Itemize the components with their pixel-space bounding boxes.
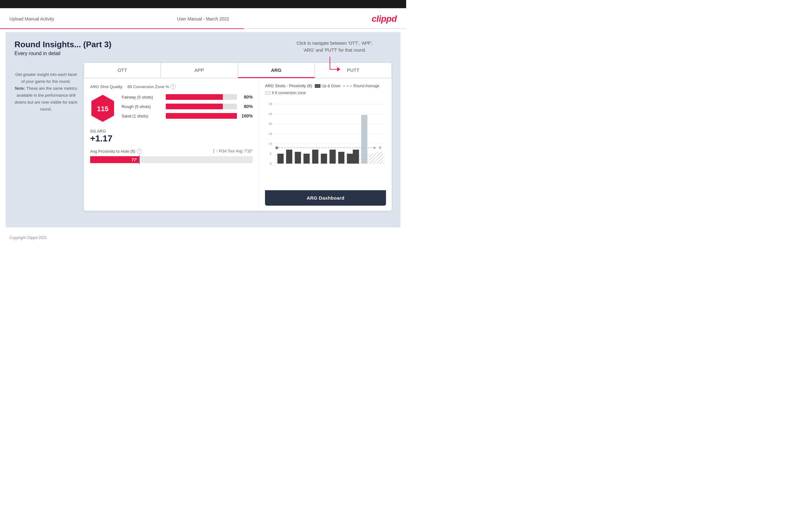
bar-pct-sand: 100% (240, 113, 253, 118)
header: Upload Manual Activity User Manual - Mar… (0, 8, 406, 29)
main-content: Round Insights... (Part 3) Every round i… (6, 32, 401, 227)
svg-marker-21 (275, 146, 279, 150)
svg-text:10: 10 (269, 142, 272, 145)
legend-hatched-icon (265, 91, 271, 95)
legend-round-avg-label: Round Average (353, 84, 379, 88)
hexagon-score-row: 115 Fairway (5 shots) 80% (90, 94, 253, 122)
svg-rect-29 (321, 154, 327, 164)
sg-section: SG ARG +1.17 (90, 129, 253, 144)
hex-score-text: 115 (97, 105, 109, 113)
svg-rect-28 (312, 150, 318, 163)
legend-solid-icon (315, 84, 320, 88)
svg-rect-30 (329, 150, 336, 163)
bar-fill-fairway (166, 94, 223, 100)
arg-dashboard-button[interactable]: ARG Dashboard (265, 190, 386, 206)
page-title: Round Insights... (Part 3) Every round i… (14, 40, 392, 56)
svg-rect-25 (286, 150, 292, 163)
pga-avg-text: ↑ PGA Tour Avg: 7'10" (216, 149, 253, 153)
right-panel: ARG Shots - Proximity (ft) Up & Down Rou… (259, 78, 392, 211)
legend-6ft: 6 ft conversion zone (265, 91, 306, 95)
footer: Copyright Clippd 2021 (0, 230, 406, 245)
proximity-help-icon[interactable]: ? (137, 149, 142, 154)
bar-track-rough (166, 104, 237, 109)
header-divider (0, 29, 406, 29)
svg-rect-35 (369, 154, 375, 164)
proximity-bar-fill: 77' (90, 156, 139, 163)
conversion-zone-label: 6ft Conversion Zone % ? (128, 84, 175, 89)
main-relative: Round Insights... (Part 3) Every round i… (14, 40, 392, 211)
proximity-value-text: 77' (132, 158, 137, 162)
bar-label-fairway: Fairway (5 shots) (121, 95, 163, 100)
hexagon-svg: 115 (90, 94, 115, 122)
proximity-bar-track: 77' (90, 156, 253, 163)
svg-text:8: 8 (379, 146, 381, 150)
svg-text:25: 25 (269, 112, 272, 116)
panel-header: ARG Shot Quality 6ft Conversion Zone % ? (90, 84, 253, 89)
sg-value: +1.17 (90, 133, 253, 144)
svg-rect-26 (295, 152, 301, 163)
bar-fill-rough (166, 104, 223, 109)
svg-text:20: 20 (269, 122, 272, 125)
svg-marker-22 (374, 147, 377, 149)
legend-round-avg: Round Average (343, 84, 379, 88)
svg-text:30: 30 (269, 102, 272, 106)
logo: clippd (372, 14, 397, 24)
proximity-section: Avg Proximity to Hole (ft) ? ↑ PGA Tour … (90, 149, 253, 163)
help-icon[interactable]: ? (170, 84, 175, 89)
tab-putt[interactable]: PUTT (315, 63, 392, 78)
upload-label[interactable]: Upload Manual Activity (9, 16, 54, 21)
svg-rect-36 (376, 152, 383, 163)
tab-arg[interactable]: ARG (238, 63, 315, 78)
legend-6ft-label: 6 ft conversion zone (272, 91, 306, 95)
pga-avg-line (214, 149, 214, 153)
proximity-cursor (139, 155, 140, 164)
content-area: ARG Shot Quality 6ft Conversion Zone % ?… (84, 78, 392, 211)
conversion-zone-text: 6ft Conversion Zone % (128, 84, 169, 89)
legend-dashed-icon (343, 86, 352, 86)
bar-label-rough: Rough (5 shots) (121, 104, 163, 109)
manual-title: User Manual - March 2022 (177, 16, 230, 21)
svg-text:5: 5 (270, 152, 271, 155)
legend-up-down-label: Up & Down (322, 84, 341, 88)
bar-fill-sand (166, 113, 237, 119)
tabs-row: OTT APP ARG PUTT (84, 63, 392, 78)
sg-label: SG ARG (90, 129, 253, 133)
bar-row-fairway: Fairway (5 shots) 80% (121, 94, 253, 100)
subtitle-text: Every round in detail (14, 51, 392, 56)
svg-rect-27 (303, 154, 310, 164)
svg-text:15: 15 (269, 132, 272, 135)
chart-title-text: ARG Shots - Proximity (ft) (265, 83, 312, 88)
pga-avg: ↑ PGA Tour Avg: 7'10" (214, 149, 253, 153)
chart-svg: 0 5 10 15 20 25 30 (265, 99, 386, 168)
title-text: Round Insights... (Part 3) (14, 40, 392, 49)
bar-track-sand (166, 113, 237, 119)
proximity-header: Avg Proximity to Hole (ft) ? ↑ PGA Tour … (90, 149, 253, 154)
legend-up-down: Up & Down (315, 84, 341, 88)
bar-pct-fairway: 80% (240, 95, 253, 100)
copyright-text: Copyright Clippd 2021 (9, 235, 47, 240)
top-bar (0, 0, 406, 8)
arg-shot-quality-label: ARG Shot Quality (90, 84, 122, 89)
bar-row-rough: Rough (5 shots) 80% (121, 104, 253, 109)
chart-area: 0 5 10 15 20 25 30 (265, 99, 386, 190)
bar-row-sand: Sand (1 shots) 100% (121, 113, 253, 119)
bar-label-sand: Sand (1 shots) (121, 114, 163, 118)
proximity-label-text: Avg Proximity to Hole (ft) (90, 149, 136, 154)
hex-container: 115 (90, 94, 115, 122)
tab-app[interactable]: APP (161, 63, 238, 78)
svg-rect-33 (347, 154, 353, 164)
tab-ott[interactable]: OTT (84, 63, 161, 78)
shot-bars: Fairway (5 shots) 80% Rough (5 shots) (121, 94, 253, 122)
bar-pct-rough: 80% (240, 104, 253, 109)
chart-header: ARG Shots - Proximity (ft) Up & Down Rou… (265, 83, 386, 95)
proximity-title: Avg Proximity to Hole (ft) ? (90, 149, 142, 154)
svg-rect-32 (338, 152, 344, 163)
card-container: OTT APP ARG PUTT ARG Shot Quality 6ft Co… (84, 63, 392, 211)
svg-rect-34 (353, 150, 359, 163)
bar-track-fairway (166, 94, 237, 100)
svg-rect-24 (277, 154, 284, 164)
left-panel: ARG Shot Quality 6ft Conversion Zone % ?… (84, 78, 259, 211)
svg-rect-31 (361, 115, 367, 164)
left-description: Get greater insight into each facet of y… (14, 71, 78, 113)
svg-text:0: 0 (270, 162, 271, 165)
